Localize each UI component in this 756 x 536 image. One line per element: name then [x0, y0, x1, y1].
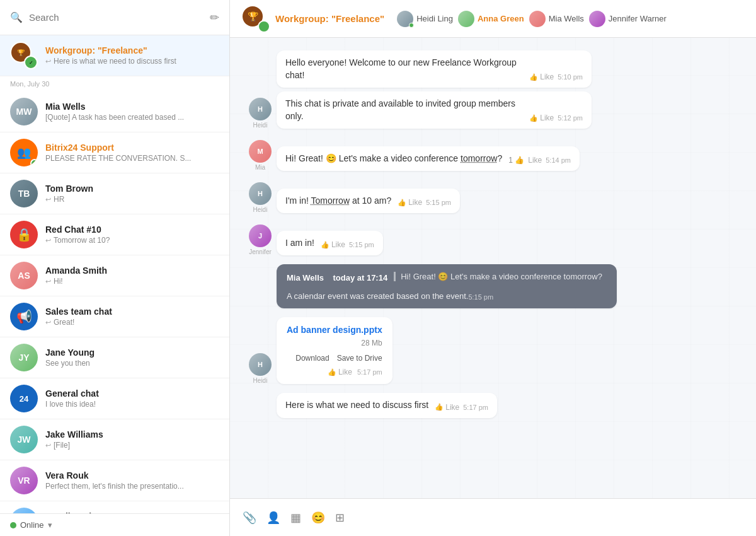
msg3-like-btn[interactable]: Like — [528, 156, 542, 165]
sidebar-item-amanda-smith[interactable]: AS Amanda Smith ↩Hi! — [0, 255, 229, 296]
member-heidi-name: Heidi Ling — [416, 14, 453, 23]
sidebar-item-jane-young[interactable]: JY Jane Young See you then — [0, 337, 229, 378]
online-status-label: Online — [20, 520, 44, 530]
mia-wells-name: Mia Wells — [45, 102, 219, 112]
sidebar-item-general-chat[interactable]: 24 General chat I love this idea! — [0, 378, 229, 419]
msg1-col: Hello everyone! Welcome to our new Freel… — [277, 50, 592, 129]
workgroup-freelance-avatar: 🏆 ✓ — [10, 42, 38, 69]
bitrix-support-preview: PLEASE RATE THE CONVERSATION. S... — [45, 154, 219, 163]
sales-team-preview: ↩Great! — [45, 318, 219, 327]
more-icon[interactable]: ⊞ — [335, 511, 345, 525]
emoji-icon[interactable]: 😊 — [311, 511, 325, 525]
date-divider: Mon, July 30 — [0, 76, 229, 91]
sidebar-item-mia-wells[interactable]: MW Mia Wells [Quote] A task has been cre… — [0, 91, 229, 132]
chat-header: 🏆 Workgroup: "Freelance" Heidi Ling Anna… — [230, 0, 756, 38]
quote-footer: A calendar event was created based on th… — [287, 291, 468, 301]
jennifer-avatar-msg5: J — [249, 224, 272, 247]
quote-header: Mia Wells today at 17:14 — [287, 273, 387, 283]
status-dropdown-icon[interactable]: ▾ — [48, 520, 52, 530]
mia-wells-avatar: MW — [10, 98, 38, 125]
message-1: H Heidi Hello everyone! Welcome to our n… — [249, 50, 737, 129]
mia-avatar-msg3: M — [249, 140, 272, 163]
bubble-msg3: Hi! Great! 😊 Let's make a video conferen… — [277, 146, 580, 172]
msg5-like-btn[interactable]: 👍 Like — [321, 240, 345, 249]
message-8: Here is what we need to discuss first 👍 … — [249, 393, 737, 418]
vera-rouk-info: Vera Rouk Perfect them, let's finish the… — [45, 470, 219, 491]
jane-young-preview: See you then — [45, 359, 219, 368]
mia-label-msg3: Mia — [255, 164, 265, 171]
file-name[interactable]: Ad banner design.pptx — [287, 325, 382, 335]
file-time: 5:17 pm — [357, 368, 382, 376]
vera-rouk-avatar: VR — [10, 467, 38, 494]
sidebar-item-red-chat[interactable]: 🔒 Red Chat #10 ↩Tomorrow at 10? — [0, 214, 229, 255]
member-jennifer: Jennifer Warner — [589, 11, 667, 27]
tom-brown-preview: ↩HR — [45, 195, 219, 204]
message-3: M Mia Hi! Great! 😊 Let's make a video co… — [249, 137, 737, 171]
msg2-like-btn[interactable]: 👍 Like — [529, 114, 554, 122]
msg1-like-btn[interactable]: 👍 Like — [529, 73, 554, 81]
download-btn[interactable]: Download — [295, 354, 329, 363]
general-chat-preview: I love this idea! — [45, 400, 219, 409]
msg8-meta: 👍 Like 5:17 pm — [435, 403, 488, 412]
heidi-label-msg4: Heidi — [253, 206, 268, 213]
chat-header-avatar: 🏆 — [243, 6, 268, 32]
msg1-meta: 👍 Like 5:10 pm — [529, 73, 583, 81]
status-bar: Online ▾ — [0, 513, 229, 536]
sidebar-item-workgroup-freelance[interactable]: 🏆 ✓ Workgroup: "Freelance" ↩ Here is wha… — [0, 35, 229, 76]
online-status-dot — [10, 522, 16, 528]
jake-williams-name: Jake Williams — [45, 429, 219, 440]
file-like-btn[interactable]: 👍 Like — [328, 368, 352, 376]
general-chat-avatar: 24 — [10, 385, 38, 412]
chat-input-area: 📎 👤 ▦ 😊 ⊞ — [230, 498, 756, 536]
jake-williams-preview: ↩[File] — [45, 441, 219, 450]
msg4-text: I'm in! Tomorrow at 10 am? — [285, 195, 391, 207]
msg4-time: 5:15 pm — [426, 199, 451, 206]
message-6-quote: Mia Wells today at 17:14 Hi! Great! 😊 Le… — [249, 264, 737, 308]
msg4-like-btn[interactable]: 👍 Like — [398, 198, 422, 207]
bubble-msg1: Hello everyone! Welcome to our new Freel… — [277, 50, 592, 88]
save-to-drive-btn[interactable]: Save to Drive — [337, 354, 382, 363]
amanda-smith-name: Amanda Smith — [45, 265, 219, 276]
red-chat-name: Red Chat #10 — [45, 224, 219, 235]
msg4-meta: 👍 Like 5:15 pm — [398, 198, 451, 207]
msg8-like-btn[interactable]: 👍 Like — [435, 403, 459, 412]
sidebar-item-tom-brown[interactable]: TB Tom Brown ↩HR — [0, 173, 229, 214]
bubble-msg2: This chat is private and available to in… — [277, 91, 592, 129]
task-icon[interactable]: ▦ — [290, 511, 301, 525]
compose-icon[interactable]: ✏ — [210, 11, 219, 25]
search-icon: 🔍 — [10, 11, 23, 23]
bubble-msg8: Here is what we need to discuss first 👍 … — [277, 393, 497, 418]
sidebar-item-sales-team[interactable]: 📢 Sales team chat ↩Great! — [0, 296, 229, 337]
sidebar-item-caroline-simon[interactable]: CS Caroline Simon ↩[File] — [0, 501, 229, 513]
jake-williams-avatar: JW — [10, 426, 38, 453]
sales-team-info: Sales team chat ↩Great! — [45, 306, 219, 327]
general-chat-info: General chat I love this idea! — [45, 388, 219, 409]
sidebar-item-bitrix-support[interactable]: 👥 Bitrix24 Support PLEASE RATE THE CONVE… — [0, 132, 229, 173]
quote-original: Hi! Great! 😊 Let's make a video conferen… — [394, 272, 602, 281]
member-jennifer-name: Jennifer Warner — [609, 14, 667, 23]
workgroup-freelance-preview: ↩ Here is what we need to discuss first — [45, 57, 219, 66]
mention-icon[interactable]: 👤 — [266, 511, 280, 525]
chat-main: 🏆 Workgroup: "Freelance" Heidi Ling Anna… — [230, 0, 756, 536]
red-chat-info: Red Chat #10 ↩Tomorrow at 10? — [45, 224, 219, 245]
member-heidi: Heidi Ling — [397, 11, 453, 27]
jane-young-info: Jane Young See you then — [45, 347, 219, 368]
chat-list: 🏆 ✓ Workgroup: "Freelance" ↩ Here is wha… — [0, 35, 229, 513]
msg5-time: 5:15 pm — [349, 241, 374, 248]
attach-icon[interactable]: 📎 — [243, 511, 256, 525]
bitrix-support-info: Bitrix24 Support PLEASE RATE THE CONVERS… — [45, 143, 219, 163]
msg8-time: 5:17 pm — [463, 404, 488, 411]
sales-team-avatar: 📢 — [10, 303, 38, 330]
vera-rouk-name: Vera Rouk — [45, 470, 219, 481]
member-anna: Anna Green — [458, 11, 524, 27]
heidi-avatar-msg4: H — [249, 182, 272, 205]
red-chat-preview: ↩Tomorrow at 10? — [45, 236, 219, 245]
msg1-time: 5:10 pm — [558, 73, 583, 81]
sidebar-item-vera-rouk[interactable]: VR Vera Rouk Perfect them, let's finish … — [0, 460, 229, 501]
chat-header-title-area: Workgroup: "Freelance" — [275, 13, 384, 24]
search-input[interactable] — [29, 12, 203, 23]
message-4: H Heidi I'm in! Tomorrow at 10 am? 👍 Lik… — [249, 180, 737, 213]
sidebar-item-jake-williams[interactable]: JW Jake Williams ↩[File] — [0, 419, 229, 460]
jane-young-name: Jane Young — [45, 347, 219, 358]
tom-brown-name: Tom Brown — [45, 184, 219, 194]
